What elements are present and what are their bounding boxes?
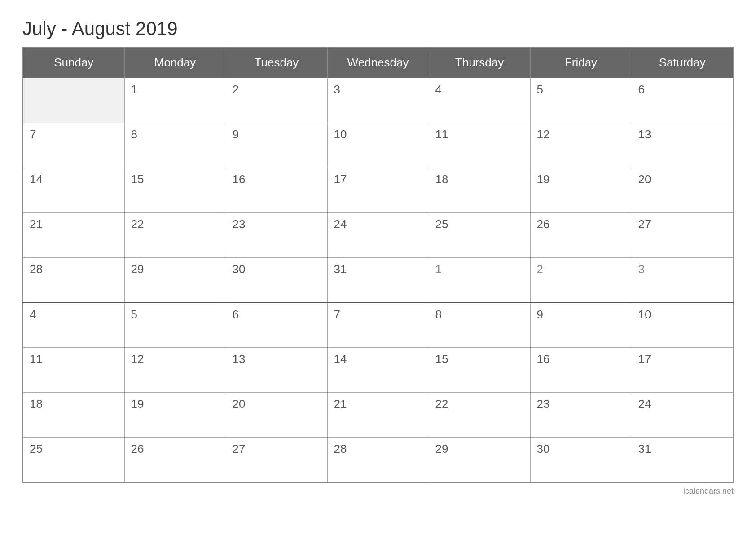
header-saturday: Saturday: [632, 47, 733, 78]
page-title: July - August 2019: [22, 18, 178, 40]
calendar-cell: 26: [530, 213, 632, 258]
calendar-cell: 9: [530, 303, 632, 348]
calendar-cell: 9: [226, 123, 327, 168]
calendar-cell: 12: [530, 123, 632, 168]
calendar-cell: 25: [429, 213, 530, 258]
calendar-cell: 10: [327, 123, 429, 168]
calendar-cell: 19: [530, 168, 632, 213]
calendar-cell: 6: [226, 303, 327, 348]
week-row-2: 14151617181920: [23, 168, 733, 213]
calendar-cell: 31: [632, 438, 733, 482]
week-row-3: 21222324252627: [23, 213, 733, 258]
calendar-cell: 22: [124, 213, 226, 258]
calendar-cell: 28: [327, 438, 429, 482]
calendar-cell: 27: [632, 213, 733, 258]
week-row-6: 11121314151617: [23, 348, 733, 393]
calendar-cell: 26: [124, 438, 226, 482]
calendar-cell: 21: [327, 393, 429, 438]
calendar-cell: 24: [327, 213, 429, 258]
calendar-cell: 7: [327, 303, 429, 348]
calendar-cell: 29: [124, 258, 226, 303]
header-tuesday: Tuesday: [226, 47, 327, 78]
header-wednesday: Wednesday: [327, 47, 429, 78]
calendar-cell: 4: [23, 303, 124, 348]
calendar-cell: 8: [429, 303, 530, 348]
calendar-cell: 12: [124, 348, 226, 393]
calendar-cell: 18: [429, 168, 530, 213]
header-thursday: Thursday: [429, 47, 530, 78]
calendar-cell: 5: [124, 303, 226, 348]
calendar-cell: 15: [124, 168, 226, 213]
calendar-cell: 24: [632, 393, 733, 438]
footer-text: icalendars.net: [22, 486, 734, 496]
calendar-cell: 5: [530, 78, 632, 123]
week-row-8: 25262728293031: [23, 438, 733, 482]
calendar-cell: [23, 78, 124, 123]
calendar-cell: 15: [429, 348, 530, 393]
calendar-cell: 30: [530, 438, 632, 482]
calendar-cell: 14: [327, 348, 429, 393]
calendar-cell: 17: [632, 348, 733, 393]
calendar-table: SundayMondayTuesdayWednesdayThursdayFrid…: [22, 47, 734, 483]
header-friday: Friday: [530, 47, 632, 78]
calendar-cell: 3: [327, 78, 429, 123]
calendar-cell: 21: [23, 213, 124, 258]
calendar-cell: 1: [429, 258, 530, 303]
calendar-cell: 30: [226, 258, 327, 303]
calendar-cell: 2: [226, 78, 327, 123]
calendar-cell: 19: [124, 393, 226, 438]
calendar-cell: 6: [632, 78, 733, 123]
calendar-cell: 7: [23, 123, 124, 168]
calendar-cell: 17: [327, 168, 429, 213]
calendar-cell: 18: [23, 393, 124, 438]
week-row-7: 18192021222324: [23, 393, 733, 438]
header-monday: Monday: [124, 47, 226, 78]
calendar-cell: 10: [632, 303, 733, 348]
calendar-cell: 3: [632, 258, 733, 303]
week-row-4: 28293031123: [23, 258, 733, 303]
calendar-cell: 20: [632, 168, 733, 213]
calendar-cell: 20: [226, 393, 327, 438]
calendar-cell: 1: [124, 78, 226, 123]
calendar-cell: 8: [124, 123, 226, 168]
calendar-cell: 11: [429, 123, 530, 168]
calendar-cell: 11: [23, 348, 124, 393]
calendar-cell: 14: [23, 168, 124, 213]
calendar-cell: 23: [530, 393, 632, 438]
header-row: SundayMondayTuesdayWednesdayThursdayFrid…: [23, 47, 733, 78]
calendar-cell: 13: [226, 348, 327, 393]
calendar-cell: 27: [226, 438, 327, 482]
week-row-0: 123456: [23, 78, 733, 123]
calendar-cell: 31: [327, 258, 429, 303]
calendar-cell: 28: [23, 258, 124, 303]
calendar-cell: 22: [429, 393, 530, 438]
calendar-cell: 2: [530, 258, 632, 303]
calendar-cell: 13: [632, 123, 733, 168]
calendar-cell: 29: [429, 438, 530, 482]
week-row-1: 78910111213: [23, 123, 733, 168]
week-row-5: 45678910: [23, 303, 733, 348]
calendar-cell: 23: [226, 213, 327, 258]
calendar-cell: 16: [530, 348, 632, 393]
calendar-cell: 4: [429, 78, 530, 123]
header-sunday: Sunday: [23, 47, 124, 78]
calendar-cell: 16: [226, 168, 327, 213]
calendar-cell: 25: [23, 438, 124, 482]
